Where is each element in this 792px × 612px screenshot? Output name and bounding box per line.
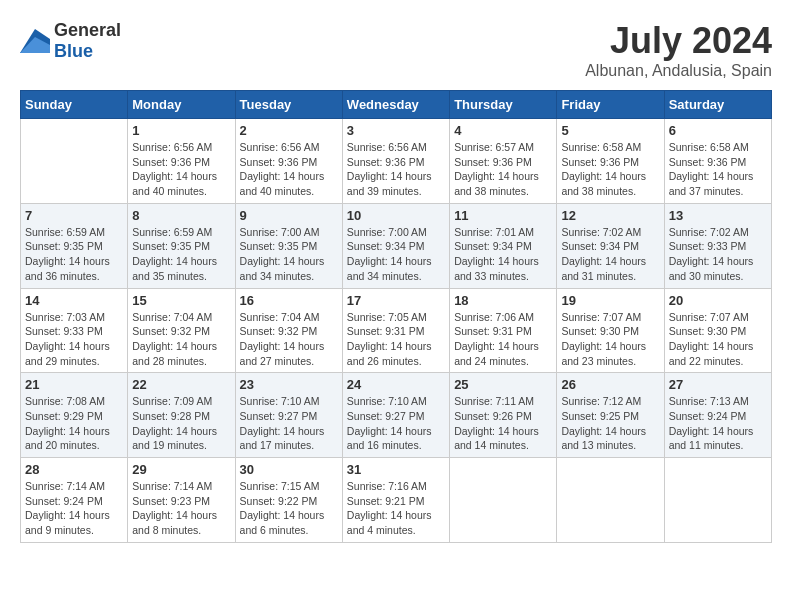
- day-info: Sunrise: 7:04 AMSunset: 9:32 PMDaylight:…: [132, 311, 217, 367]
- day-info: Sunrise: 7:13 AMSunset: 9:24 PMDaylight:…: [669, 395, 754, 451]
- day-number: 27: [669, 377, 767, 392]
- day-info: Sunrise: 7:14 AMSunset: 9:23 PMDaylight:…: [132, 480, 217, 536]
- day-number: 20: [669, 293, 767, 308]
- calendar-cell: 30 Sunrise: 7:15 AMSunset: 9:22 PMDaylig…: [235, 458, 342, 543]
- calendar-week-row: 28 Sunrise: 7:14 AMSunset: 9:24 PMDaylig…: [21, 458, 772, 543]
- calendar-cell: 20 Sunrise: 7:07 AMSunset: 9:30 PMDaylig…: [664, 288, 771, 373]
- day-number: 29: [132, 462, 230, 477]
- day-info: Sunrise: 7:14 AMSunset: 9:24 PMDaylight:…: [25, 480, 110, 536]
- day-info: Sunrise: 6:56 AMSunset: 9:36 PMDaylight:…: [132, 141, 217, 197]
- title-section: July 2024 Albunan, Andalusia, Spain: [585, 20, 772, 80]
- weekday-header: Friday: [557, 91, 664, 119]
- calendar-cell: 6 Sunrise: 6:58 AMSunset: 9:36 PMDayligh…: [664, 119, 771, 204]
- day-number: 28: [25, 462, 123, 477]
- day-info: Sunrise: 7:04 AMSunset: 9:32 PMDaylight:…: [240, 311, 325, 367]
- calendar-cell: 22 Sunrise: 7:09 AMSunset: 9:28 PMDaylig…: [128, 373, 235, 458]
- weekday-header: Sunday: [21, 91, 128, 119]
- day-info: Sunrise: 6:56 AMSunset: 9:36 PMDaylight:…: [347, 141, 432, 197]
- calendar-cell: [664, 458, 771, 543]
- header: General Blue July 2024 Albunan, Andalusi…: [20, 20, 772, 80]
- day-info: Sunrise: 7:12 AMSunset: 9:25 PMDaylight:…: [561, 395, 646, 451]
- day-number: 22: [132, 377, 230, 392]
- day-info: Sunrise: 7:07 AMSunset: 9:30 PMDaylight:…: [669, 311, 754, 367]
- day-info: Sunrise: 7:10 AMSunset: 9:27 PMDaylight:…: [240, 395, 325, 451]
- day-number: 23: [240, 377, 338, 392]
- day-info: Sunrise: 7:09 AMSunset: 9:28 PMDaylight:…: [132, 395, 217, 451]
- day-info: Sunrise: 7:07 AMSunset: 9:30 PMDaylight:…: [561, 311, 646, 367]
- main-title: July 2024: [585, 20, 772, 62]
- calendar-cell: 7 Sunrise: 6:59 AMSunset: 9:35 PMDayligh…: [21, 203, 128, 288]
- calendar-cell: 2 Sunrise: 6:56 AMSunset: 9:36 PMDayligh…: [235, 119, 342, 204]
- day-info: Sunrise: 6:59 AMSunset: 9:35 PMDaylight:…: [25, 226, 110, 282]
- day-number: 31: [347, 462, 445, 477]
- day-number: 21: [25, 377, 123, 392]
- day-info: Sunrise: 7:06 AMSunset: 9:31 PMDaylight:…: [454, 311, 539, 367]
- subtitle: Albunan, Andalusia, Spain: [585, 62, 772, 80]
- calendar-cell: 27 Sunrise: 7:13 AMSunset: 9:24 PMDaylig…: [664, 373, 771, 458]
- calendar-cell: 31 Sunrise: 7:16 AMSunset: 9:21 PMDaylig…: [342, 458, 449, 543]
- weekday-header: Monday: [128, 91, 235, 119]
- day-number: 11: [454, 208, 552, 223]
- day-info: Sunrise: 7:05 AMSunset: 9:31 PMDaylight:…: [347, 311, 432, 367]
- weekday-header: Tuesday: [235, 91, 342, 119]
- day-info: Sunrise: 7:02 AMSunset: 9:34 PMDaylight:…: [561, 226, 646, 282]
- calendar-cell: 3 Sunrise: 6:56 AMSunset: 9:36 PMDayligh…: [342, 119, 449, 204]
- calendar-cell: 9 Sunrise: 7:00 AMSunset: 9:35 PMDayligh…: [235, 203, 342, 288]
- calendar-cell: 16 Sunrise: 7:04 AMSunset: 9:32 PMDaylig…: [235, 288, 342, 373]
- day-number: 15: [132, 293, 230, 308]
- calendar-cell: 26 Sunrise: 7:12 AMSunset: 9:25 PMDaylig…: [557, 373, 664, 458]
- calendar-cell: 23 Sunrise: 7:10 AMSunset: 9:27 PMDaylig…: [235, 373, 342, 458]
- calendar-table: SundayMondayTuesdayWednesdayThursdayFrid…: [20, 90, 772, 543]
- day-number: 4: [454, 123, 552, 138]
- calendar-cell: 18 Sunrise: 7:06 AMSunset: 9:31 PMDaylig…: [450, 288, 557, 373]
- calendar-cell: 24 Sunrise: 7:10 AMSunset: 9:27 PMDaylig…: [342, 373, 449, 458]
- day-info: Sunrise: 7:16 AMSunset: 9:21 PMDaylight:…: [347, 480, 432, 536]
- calendar-cell: [21, 119, 128, 204]
- day-number: 6: [669, 123, 767, 138]
- day-number: 3: [347, 123, 445, 138]
- logo-blue: Blue: [54, 41, 93, 61]
- logo: General Blue: [20, 20, 121, 62]
- day-info: Sunrise: 6:58 AMSunset: 9:36 PMDaylight:…: [669, 141, 754, 197]
- day-number: 8: [132, 208, 230, 223]
- weekday-header: Thursday: [450, 91, 557, 119]
- day-number: 5: [561, 123, 659, 138]
- logo-icon: [20, 29, 50, 53]
- day-number: 19: [561, 293, 659, 308]
- day-info: Sunrise: 7:00 AMSunset: 9:35 PMDaylight:…: [240, 226, 325, 282]
- day-number: 1: [132, 123, 230, 138]
- day-number: 30: [240, 462, 338, 477]
- calendar-cell: 10 Sunrise: 7:00 AMSunset: 9:34 PMDaylig…: [342, 203, 449, 288]
- calendar-cell: 21 Sunrise: 7:08 AMSunset: 9:29 PMDaylig…: [21, 373, 128, 458]
- day-number: 18: [454, 293, 552, 308]
- calendar-cell: [557, 458, 664, 543]
- day-info: Sunrise: 6:57 AMSunset: 9:36 PMDaylight:…: [454, 141, 539, 197]
- calendar-cell: 12 Sunrise: 7:02 AMSunset: 9:34 PMDaylig…: [557, 203, 664, 288]
- day-number: 17: [347, 293, 445, 308]
- calendar-cell: 8 Sunrise: 6:59 AMSunset: 9:35 PMDayligh…: [128, 203, 235, 288]
- day-info: Sunrise: 7:08 AMSunset: 9:29 PMDaylight:…: [25, 395, 110, 451]
- calendar-cell: 11 Sunrise: 7:01 AMSunset: 9:34 PMDaylig…: [450, 203, 557, 288]
- calendar-week-row: 14 Sunrise: 7:03 AMSunset: 9:33 PMDaylig…: [21, 288, 772, 373]
- day-info: Sunrise: 7:00 AMSunset: 9:34 PMDaylight:…: [347, 226, 432, 282]
- calendar-cell: 17 Sunrise: 7:05 AMSunset: 9:31 PMDaylig…: [342, 288, 449, 373]
- calendar-week-row: 7 Sunrise: 6:59 AMSunset: 9:35 PMDayligh…: [21, 203, 772, 288]
- calendar-week-row: 21 Sunrise: 7:08 AMSunset: 9:29 PMDaylig…: [21, 373, 772, 458]
- day-info: Sunrise: 7:11 AMSunset: 9:26 PMDaylight:…: [454, 395, 539, 451]
- day-number: 14: [25, 293, 123, 308]
- day-number: 12: [561, 208, 659, 223]
- day-number: 13: [669, 208, 767, 223]
- day-number: 10: [347, 208, 445, 223]
- day-number: 26: [561, 377, 659, 392]
- day-info: Sunrise: 7:03 AMSunset: 9:33 PMDaylight:…: [25, 311, 110, 367]
- calendar-cell: 5 Sunrise: 6:58 AMSunset: 9:36 PMDayligh…: [557, 119, 664, 204]
- calendar-cell: 14 Sunrise: 7:03 AMSunset: 9:33 PMDaylig…: [21, 288, 128, 373]
- day-info: Sunrise: 6:59 AMSunset: 9:35 PMDaylight:…: [132, 226, 217, 282]
- calendar-cell: 19 Sunrise: 7:07 AMSunset: 9:30 PMDaylig…: [557, 288, 664, 373]
- day-number: 2: [240, 123, 338, 138]
- day-number: 16: [240, 293, 338, 308]
- logo-general: General: [54, 20, 121, 40]
- calendar-cell: 28 Sunrise: 7:14 AMSunset: 9:24 PMDaylig…: [21, 458, 128, 543]
- weekday-header: Saturday: [664, 91, 771, 119]
- calendar-week-row: 1 Sunrise: 6:56 AMSunset: 9:36 PMDayligh…: [21, 119, 772, 204]
